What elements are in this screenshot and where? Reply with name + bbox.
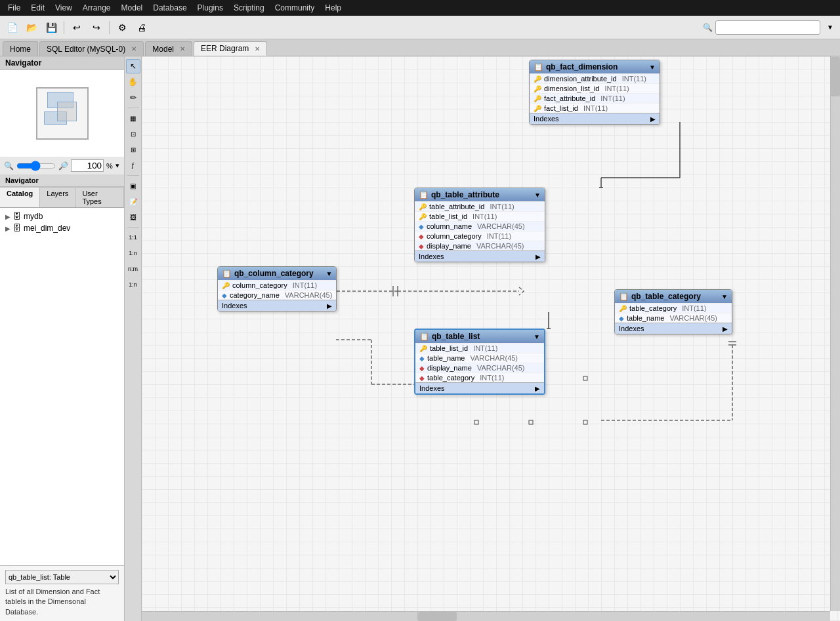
new-button[interactable]: 📄 [3, 18, 21, 37]
tab-home-label: Home [10, 45, 31, 54]
menu-file[interactable]: File [3, 2, 26, 14]
field-type: INT(11) [472, 212, 497, 220]
menu-model[interactable]: Model [116, 2, 148, 14]
field-name: fact_attribute_id [544, 94, 595, 102]
er-field: 🔑 dimension_list_id INT(11) [530, 83, 660, 93]
zoom-dropdown[interactable]: ▾ [116, 161, 119, 170]
zoom-value[interactable]: 100 [71, 159, 104, 172]
print-button[interactable]: 🖨 [133, 18, 151, 37]
search-input[interactable] [715, 20, 820, 35]
tool-view[interactable]: ⊡ [126, 127, 140, 141]
table-dropdown-table-list[interactable]: ▼ [534, 333, 540, 340]
er-field: 🔑 fact_attribute_id INT(11) [530, 93, 660, 103]
zoom-in-icon[interactable]: 🔎 [58, 161, 68, 170]
field-type: INT(11) [473, 344, 497, 352]
save-button[interactable]: 💾 [42, 18, 60, 37]
tool-group[interactable]: ▣ [126, 178, 140, 193]
table-icon-col-cat: 📋 [222, 269, 232, 278]
er-table-qb-table-attribute[interactable]: 📋 qb_table_attribute ▼ 🔑 table_attribute… [414, 188, 545, 262]
table-dropdown-table-cat[interactable]: ▼ [721, 293, 728, 300]
tool-proc[interactable]: ⊞ [126, 142, 140, 157]
open-button[interactable]: 📂 [22, 18, 41, 37]
undo-button[interactable]: ↩ [68, 18, 86, 37]
zoom-slider[interactable] [16, 161, 56, 171]
er-field: ◆ column_name VARCHAR(45) [415, 221, 545, 231]
horizontal-scrollbar[interactable] [142, 611, 830, 621]
tool-table[interactable]: ▦ [126, 111, 140, 125]
er-indexes-table-list[interactable]: Indexes ▶ [415, 382, 544, 393]
table-icon-table-cat: 📋 [619, 292, 629, 301]
tab-eerdiagram-close[interactable]: ✕ [255, 45, 260, 52]
table-title-fact-dim: qb_fact_dimension [546, 62, 618, 71]
er-table-qb-fact-dimension[interactable]: 📋 qb_fact_dimension ▼ 🔑 dimension_attrib… [529, 60, 660, 125]
redo-button[interactable]: ↪ [87, 18, 106, 37]
tab-home[interactable]: Home [3, 41, 38, 56]
navigator-title: Navigator [0, 56, 124, 70]
svg-rect-19 [583, 376, 587, 380]
menubar: File Edit View Arrange Model Database Pl… [0, 0, 840, 16]
tool-hand[interactable]: ✋ [126, 75, 140, 89]
object-panel: qb_table_list: Table List of all Dimensi… [0, 565, 124, 621]
menu-view[interactable]: View [50, 2, 77, 14]
tab-sqleditor-label: SQL Editor (MySQL-0) [47, 45, 125, 54]
schema-icon-mydb: 🗄 [13, 212, 21, 221]
table-dropdown-table-attr[interactable]: ▼ [534, 191, 541, 199]
er-table-header-fact-dim[interactable]: 📋 qb_fact_dimension ▼ [530, 60, 660, 73]
tool-pencil[interactable]: ✏ [126, 90, 140, 105]
table-dropdown-fact-dim[interactable]: ▼ [649, 64, 656, 71]
table-dropdown-col-cat[interactable]: ▼ [326, 270, 332, 277]
er-indexes-col-cat[interactable]: Indexes ▶ [218, 300, 336, 311]
menu-scripting[interactable]: Scripting [228, 2, 270, 14]
tool-rel-1-n-id[interactable]: 1:n [126, 277, 140, 292]
menu-edit[interactable]: Edit [26, 2, 50, 14]
er-table-qb-column-category[interactable]: 📋 qb_column_category ▼ 🔑 column_category… [217, 266, 337, 311]
tool-rel-1-1[interactable]: 1:1 [126, 230, 140, 245]
toggle-button[interactable]: ⚙ [113, 18, 131, 37]
indexes-label: Indexes [419, 384, 445, 392]
tree-item-mydb[interactable]: ▶ 🗄 mydb [3, 210, 121, 222]
pk-icon: 🔑 [619, 305, 627, 312]
field-type: INT(11) [682, 304, 706, 312]
nav-preview-canvas [36, 87, 89, 140]
vertical-scrollbar[interactable] [830, 56, 840, 611]
er-table-header-col-cat[interactable]: 📋 qb_column_category ▼ [218, 267, 336, 280]
catalog-tab-catalog[interactable]: Catalog [0, 188, 40, 207]
object-selector[interactable]: qb_table_list: Table [5, 570, 119, 584]
er-indexes-table-cat[interactable]: Indexes ▶ [615, 323, 732, 334]
tool-func[interactable]: ƒ [126, 158, 140, 172]
menu-arrange[interactable]: Arrange [77, 2, 116, 14]
er-indexes-fact-dim[interactable]: Indexes ▶ [530, 113, 660, 124]
zoom-unit: % [106, 162, 113, 170]
eer-canvas[interactable]: 📋 qb_fact_dimension ▼ 🔑 dimension_attrib… [142, 56, 840, 621]
tool-rel-nm[interactable]: n:m [126, 262, 140, 276]
menu-help[interactable]: Help [320, 2, 346, 14]
er-field: 🔑 table_attribute_id INT(11) [415, 201, 545, 211]
er-indexes-table-attr[interactable]: Indexes ▶ [415, 250, 545, 262]
er-table-header-table-cat[interactable]: 📋 qb_table_category ▼ [615, 290, 732, 303]
tree-label-mei: mei_dim_dev [24, 224, 70, 233]
zoom-out-icon[interactable]: 🔍 [4, 161, 14, 170]
field-type: INT(11) [600, 94, 625, 102]
search-box: 🔍 ▼ [703, 20, 837, 35]
search-options-button[interactable]: ▼ [823, 20, 837, 35]
tool-note[interactable]: 📝 [126, 194, 140, 209]
er-table-header-table-attr[interactable]: 📋 qb_table_attribute ▼ [415, 188, 545, 201]
tab-eerdiagram[interactable]: EER Diagram ✕ [194, 41, 267, 56]
er-table-qb-table-list[interactable]: 📋 qb_table_list ▼ 🔑 table_list_id INT(11… [414, 329, 545, 395]
tree-item-mei-dim-dev[interactable]: ▶ 🗄 mei_dim_dev [3, 222, 121, 234]
menu-community[interactable]: Community [270, 2, 320, 14]
catalog-tab-layers[interactable]: Layers [40, 188, 75, 207]
tool-rel-1-n[interactable]: 1:n [126, 246, 140, 260]
tab-model-close[interactable]: ✕ [180, 45, 185, 52]
catalog-tab-usertypes[interactable]: User Types [75, 188, 124, 207]
tab-model[interactable]: Model ✕ [145, 41, 192, 56]
er-table-header-table-list[interactable]: 📋 qb_table_list ▼ [415, 330, 544, 343]
menu-plugins[interactable]: Plugins [192, 2, 228, 14]
tab-sqleditor-close[interactable]: ✕ [131, 45, 136, 52]
tool-image[interactable]: 🖼 [126, 210, 140, 224]
er-table-qb-table-category[interactable]: 📋 qb_table_category ▼ 🔑 table_category I… [614, 289, 732, 334]
tool-cursor[interactable]: ↖ [126, 59, 140, 73]
field-type: VARCHAR(45) [670, 314, 718, 322]
tab-sqleditor[interactable]: SQL Editor (MySQL-0) ✕ [39, 41, 144, 56]
menu-database[interactable]: Database [148, 2, 192, 14]
